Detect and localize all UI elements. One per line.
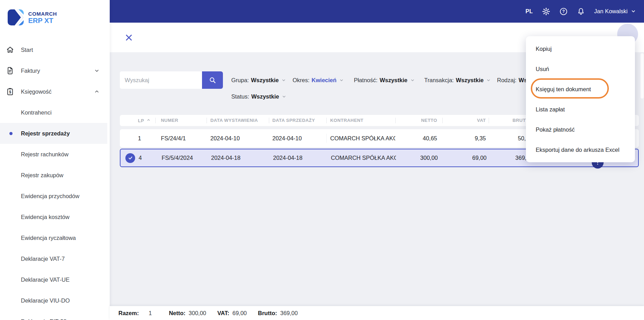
summary-netto: Netto:300,00 [169, 310, 206, 317]
sidebar-item-start[interactable]: Start [0, 39, 107, 60]
chevron-down-icon [339, 78, 344, 83]
chevron-down-icon [631, 9, 636, 14]
sidebar-item-ewidencja-ryczaltowa[interactable]: Ewidencja ryczałtowa [0, 227, 107, 248]
svg-text:?: ? [562, 9, 565, 14]
bell-icon[interactable] [577, 7, 585, 16]
filter-status[interactable]: Status:Wszystkie [231, 89, 286, 104]
sidebar-item-faktury[interactable]: Faktury [0, 60, 107, 81]
filter-transakcja[interactable]: Transakcja:Wszystkie [424, 71, 491, 89]
close-icon[interactable] [125, 34, 133, 41]
sidebar-item-rejestr-rachunkow[interactable]: Rejestr rachunków [0, 144, 107, 165]
cell-vat: 69,00 [447, 149, 487, 166]
sidebar-item-rejestr-sprzedazy[interactable]: Rejestr sprzedaży [0, 123, 107, 144]
sidebar-item-deklaracje-vat7[interactable]: Deklaracje VAT-7 [0, 248, 107, 269]
filter-okres[interactable]: Okres:Kwiecień [293, 71, 344, 89]
column-header-vat[interactable]: VAT [446, 115, 486, 126]
menu-item-kopiuj[interactable]: Kopiuj [526, 39, 635, 59]
sidebar-item-ewidencja-kosztow[interactable]: Ewidencja kosztów [0, 206, 107, 227]
column-header-numer[interactable]: NUMER [161, 115, 206, 126]
menu-item-lista-zaplat[interactable]: Lista zapłat [526, 99, 635, 119]
cell-numer: FS/24/4/1 [161, 129, 206, 147]
context-menu: Kopiuj Usuń Księguj ten dokument Lista z… [526, 36, 635, 162]
scrollbar-thumb[interactable] [641, 53, 644, 99]
chevron-down-icon [486, 78, 491, 83]
cell-kontrahent: COMARCH SPÓŁKA AKCYJNA [331, 149, 396, 166]
sidebar-item-deklaracje-pit28[interactable]: Deklaracje PIT-28 [0, 311, 107, 320]
brand-name: COMARCH [28, 11, 57, 17]
cell-data-wystawienia: 2024-04-10 [210, 129, 268, 147]
chevron-down-icon [281, 78, 286, 83]
comarch-erp-xt-logo-icon [8, 9, 24, 25]
sidebar-item-ksiegowosc[interactable]: $ Księgowość [0, 81, 107, 102]
cell-vat: 9,35 [446, 129, 486, 147]
column-header-netto[interactable]: NETTO [397, 115, 437, 126]
menu-item-usun[interactable]: Usuń [526, 59, 635, 79]
column-header-lp[interactable]: LP [138, 115, 150, 126]
sidebar-item-deklaracje-viudo[interactable]: Deklaracje VIU-DO [0, 290, 107, 311]
brand-product: ERP XT [28, 17, 57, 24]
sidebar-item-ewidencja-przychodow[interactable]: Ewidencja przychodów [0, 186, 107, 206]
summary-bar: Razem:1 Netto:300,00 VAT:69,00 Brutto:36… [110, 306, 644, 320]
ledger-icon: $ [6, 87, 15, 96]
sidebar-item-rejestr-zakupow[interactable]: Rejestr zakupów [0, 165, 107, 186]
sort-asc-icon [147, 115, 150, 126]
help-icon[interactable]: ? [559, 7, 568, 16]
row-checked-icon[interactable] [125, 153, 135, 163]
menu-item-ksieguj-ten-dokument[interactable]: Księguj ten dokument [526, 79, 635, 99]
filter-grupa[interactable]: Grupa:Wszystkie [231, 71, 286, 89]
cell-data-sprzedazy: 2024-04-10 [272, 129, 325, 147]
svg-text:$: $ [9, 90, 11, 94]
cell-lp: 4 [139, 149, 150, 166]
cell-data-wystawienia: 2024-04-18 [211, 149, 269, 166]
summary-vat: VAT:69,00 [217, 310, 247, 317]
home-icon [6, 45, 15, 54]
active-item-dot [9, 132, 13, 135]
summary-razem: Razem:1 [118, 310, 152, 317]
sidebar-item-deklaracje-vatue[interactable]: Deklaracje VAT-UE [0, 269, 107, 290]
chevron-down-icon [94, 68, 100, 73]
summary-brutto: Brutto:369,00 [258, 310, 298, 317]
gear-icon[interactable] [542, 7, 550, 16]
cell-numer: FS/5/4/2024 [162, 149, 207, 166]
chevron-down-icon [410, 78, 415, 83]
menu-item-eksportuj-excel[interactable]: Eksportuj dane do arkusza Excel [526, 140, 635, 160]
column-header-data-wystawienia[interactable]: DATA WYSTAWIENIA [210, 115, 268, 126]
column-header-data-sprzedazy[interactable]: DATA SPRZEDAŻY [272, 115, 325, 126]
column-header-kontrahent[interactable]: KONTRAHENT [330, 115, 395, 126]
invoice-icon [6, 66, 15, 75]
sidebar-item-kontrahenci[interactable]: Kontrahenci [0, 102, 107, 123]
cell-netto: 300,00 [398, 149, 438, 166]
app-logo[interactable]: COMARCH ERP XT [8, 9, 57, 25]
chevron-up-icon [94, 89, 100, 94]
menu-item-pokaz-platnosc[interactable]: Pokaż płatność [526, 119, 635, 140]
topbar-right-cluster: PL ? Jan Ko [526, 0, 636, 23]
chevron-down-icon [282, 94, 286, 99]
cell-kontrahent: COMARCH SPÓŁKA AKCYJNA [330, 129, 395, 147]
user-name: Jan Kowalski [594, 8, 628, 15]
cell-data-sprzedazy: 2024-04-18 [273, 149, 325, 166]
cell-lp: 1 [138, 129, 150, 147]
language-selector[interactable]: PL [526, 8, 533, 15]
sidebar: COMARCH ERP XT Start Faktury $ Księgowoś… [0, 0, 110, 320]
filter-platnosc[interactable]: Płatność:Wszystkie [354, 71, 415, 89]
cell-netto: 40,65 [397, 129, 437, 147]
user-menu[interactable]: Jan Kowalski [594, 8, 636, 15]
